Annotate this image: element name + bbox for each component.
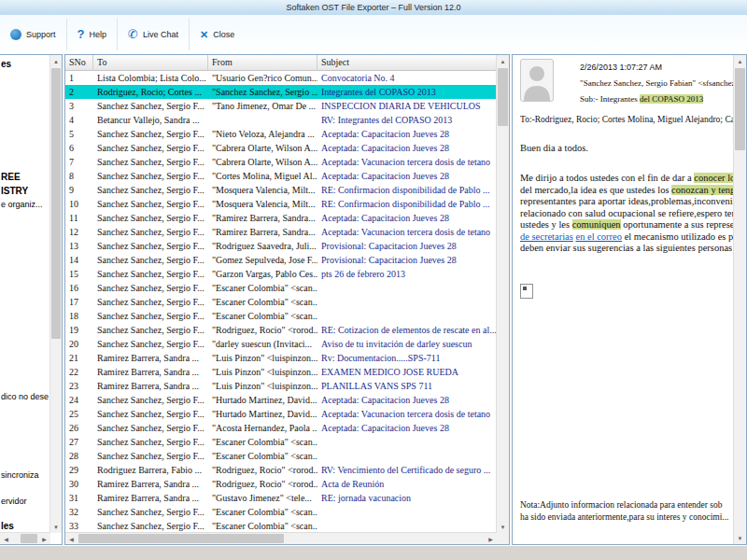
cell-to: Sanchez Sanchez, Sergio F... <box>93 253 208 267</box>
cell-sno: 13 <box>65 239 93 253</box>
scroll-up-arrow-icon[interactable]: ▲ <box>50 55 62 67</box>
mail-row[interactable]: 27Sanchez Sanchez, Sergio F..."Escaner C… <box>65 435 497 449</box>
column-header-from[interactable]: From <box>208 55 317 70</box>
mail-row[interactable]: 15Sanchez Sanchez, Sergio F..."Garzon Va… <box>65 267 497 281</box>
mail-row[interactable]: 4Betancur Vallejo, Sandra ...RV: Integra… <box>65 113 497 127</box>
mail-row[interactable]: 29Rodriguez Barrera, Fabio ..."Rodriguez… <box>65 463 497 477</box>
folder-tree-item[interactable]: sincroniza <box>1 470 39 480</box>
preview-body-line: Me dirijo a todos ustedes con el fin de … <box>520 173 734 185</box>
folder-tree-item[interactable]: ISTRY <box>1 186 28 196</box>
cell-sno: 12 <box>65 225 93 239</box>
mail-row[interactable]: 8Sanchez Sanchez, Sergio F..."Cortes Mol… <box>65 169 497 183</box>
preview-vertical-scrollbar[interactable]: ▲ ▼ <box>733 55 746 544</box>
folder-tree-item[interactable]: dico no dese <box>1 392 49 401</box>
mail-row[interactable]: 32Sanchez Sanchez, Sergio F..."Escaner C… <box>65 505 497 519</box>
scroll-left-arrow-icon[interactable]: ◀ <box>65 533 78 544</box>
mail-row[interactable]: 18Sanchez Sanchez, Sergio F..."Escaner C… <box>65 309 497 323</box>
mail-row[interactable]: 19Sanchez Sanchez, Sergio F..."Rodriguez… <box>65 323 497 337</box>
list-vertical-scrollbar[interactable]: ▲ ▼ <box>496 55 509 533</box>
cell-subject: Aceptada: Vacunacion tercera dosis de te… <box>317 155 497 169</box>
cell-subject <box>317 449 497 463</box>
mail-row[interactable]: 21Ramirez Barrera, Sandra ..."Luis Pinzo… <box>65 351 497 365</box>
body-text: oportunamente a sus represent <box>621 219 734 230</box>
cell-sno: 15 <box>65 267 93 281</box>
scroll-up-arrow-icon[interactable]: ▲ <box>497 55 509 67</box>
mail-row[interactable]: 20Sanchez Sanchez, Sergio F..."darley su… <box>65 337 497 351</box>
cell-sno: 3 <box>65 99 93 113</box>
cell-sno: 18 <box>65 309 93 323</box>
note-line: Nota:Adjunto informacion relacionada par… <box>520 499 734 511</box>
mail-row[interactable]: 25Sanchez Sanchez, Sergio F..."Hurtado M… <box>65 407 497 421</box>
mail-row[interactable]: 26Sanchez Sanchez, Sergio F..."Acosta He… <box>65 421 497 435</box>
folder-tree-item[interactable]: REE <box>1 172 21 182</box>
cell-sno: 17 <box>65 295 93 309</box>
cell-sno: 4 <box>65 113 93 127</box>
column-header-to[interactable]: To <box>93 55 208 70</box>
mail-row[interactable]: 24Sanchez Sanchez, Sergio F..."Hurtado M… <box>65 393 497 407</box>
folder-tree-item[interactable]: ervidor <box>1 497 27 506</box>
mail-row[interactable]: 7Sanchez Sanchez, Sergio F..."Cabrera Ol… <box>65 155 497 169</box>
support-button[interactable]: Support <box>0 20 66 49</box>
cell-to: Rodriguez, Rocio; Cortes ... <box>93 85 208 99</box>
mail-row[interactable]: 12Sanchez Sanchez, Sergio F..."Ramirez B… <box>65 225 497 239</box>
mail-row[interactable]: 3Sanchez Sanchez, Sergio F..."Tano Jimen… <box>65 99 497 113</box>
mail-row[interactable]: 14Sanchez Sanchez, Sergio F..."Gomez Sep… <box>65 253 497 267</box>
subject-highlight: del COPASO 2013 <box>640 94 703 104</box>
mail-row[interactable]: 11Sanchez Sanchez, Sergio F..."Ramirez B… <box>65 211 497 225</box>
title-bar[interactable]: Softaken OST File Exporter – Full Versio… <box>0 0 747 15</box>
highlighted-text: conocer los in <box>694 173 734 183</box>
mail-row[interactable]: 6Sanchez Sanchez, Sergio F..."Cabrera Ol… <box>65 141 497 155</box>
preview-link[interactable]: en el correo <box>575 231 622 242</box>
preview-link[interactable]: de secretarias <box>520 231 573 242</box>
folder-tree-item[interactable]: e organiz... <box>1 200 43 209</box>
cell-sno: 21 <box>65 351 93 365</box>
scrollbar-thumb[interactable] <box>21 534 37 543</box>
scroll-down-arrow-icon[interactable]: ▼ <box>50 521 62 533</box>
cell-to: Sanchez Sanchez, Sergio F... <box>93 169 208 183</box>
mail-row[interactable]: 10Sanchez Sanchez, Sergio F..."Mosquera … <box>65 197 497 211</box>
scrollbar-thumb[interactable] <box>735 68 745 150</box>
mail-row[interactable]: 1Lista Colombia; Lista Colo..."Usuario G… <box>65 71 497 85</box>
folder-tree-item[interactable]: les <box>1 521 14 531</box>
attachment-placeholder-icon[interactable] <box>520 284 533 299</box>
mail-row[interactable]: 16Sanchez Sanchez, Sergio F..."Escaner C… <box>65 281 497 295</box>
close-button[interactable]: ✕ Close <box>190 20 245 49</box>
column-header-sno[interactable]: SNo <box>65 55 93 70</box>
mail-row[interactable]: 2Rodriguez, Rocio; Cortes ..."Sanchez Sa… <box>65 85 497 99</box>
support-icon <box>10 29 21 40</box>
cell-subject <box>317 309 497 323</box>
mail-row[interactable]: 23Ramirez Barrera, Sandra ..."Luis Pinzo… <box>65 379 497 393</box>
tree-horizontal-scrollbar[interactable]: ◀ ▶ <box>0 532 50 544</box>
live-chat-button[interactable]: ✆ Live Chat <box>118 20 189 49</box>
scrollbar-thumb[interactable] <box>78 534 284 543</box>
scroll-down-arrow-icon[interactable]: ▼ <box>497 521 509 533</box>
scroll-right-arrow-icon[interactable]: ▶ <box>485 533 497 544</box>
cell-subject: RE: Confirmacion disponibilidad de Pablo… <box>317 183 497 197</box>
cell-from: "Rodriguez Saavedra, Juli... <box>208 239 317 253</box>
mail-row[interactable]: 9Sanchez Sanchez, Sergio F..."Mosquera V… <box>65 183 497 197</box>
mail-row[interactable]: 31Ramirez Barrera, Sandra ..."Gustavo Ji… <box>65 491 497 505</box>
column-header-subject[interactable]: Subject <box>317 55 497 70</box>
help-icon: ? <box>78 29 85 40</box>
cell-subject: Rv: Documentacion.....SPS-711 <box>317 351 497 365</box>
mail-row[interactable]: 5Sanchez Sanchez, Sergio F..."Nieto Velo… <box>65 127 497 141</box>
scrollbar-thumb[interactable] <box>498 68 508 126</box>
mail-row[interactable]: 30Ramirez Barrera, Sandra ..."Rodriguez,… <box>65 477 497 491</box>
tree-vertical-scrollbar[interactable]: ▲ ▼ <box>49 55 62 533</box>
cell-sno: 5 <box>65 127 93 141</box>
cell-from: "Rodriguez, Rocio" <rorod... <box>208 477 317 491</box>
scroll-left-arrow-icon[interactable]: ◀ <box>0 533 12 544</box>
cell-to: Sanchez Sanchez, Sergio F... <box>93 449 208 463</box>
folder-tree-item[interactable]: es <box>1 59 11 69</box>
mail-row[interactable]: 33Sanchez Sanchez, Sergio F..."Escaner C… <box>65 519 497 533</box>
scroll-right-arrow-icon[interactable]: ▶ <box>38 533 50 544</box>
help-button[interactable]: ? Help <box>67 20 117 49</box>
mail-row[interactable]: 22Ramirez Barrera, Sandra ..."Luis Pinzo… <box>65 365 497 379</box>
mail-row[interactable]: 13Sanchez Sanchez, Sergio F..."Rodriguez… <box>65 239 497 253</box>
list-horizontal-scrollbar[interactable]: ◀ ▶ <box>65 532 497 544</box>
scroll-down-arrow-icon[interactable]: ▼ <box>734 532 746 544</box>
scroll-up-arrow-icon[interactable]: ▲ <box>734 55 746 67</box>
mail-row[interactable]: 28Sanchez Sanchez, Sergio F..."Escaner C… <box>65 449 497 463</box>
mail-row[interactable]: 17Sanchez Sanchez, Sergio F..."Escaner C… <box>65 295 497 309</box>
scrollbar-thumb[interactable] <box>51 68 61 339</box>
